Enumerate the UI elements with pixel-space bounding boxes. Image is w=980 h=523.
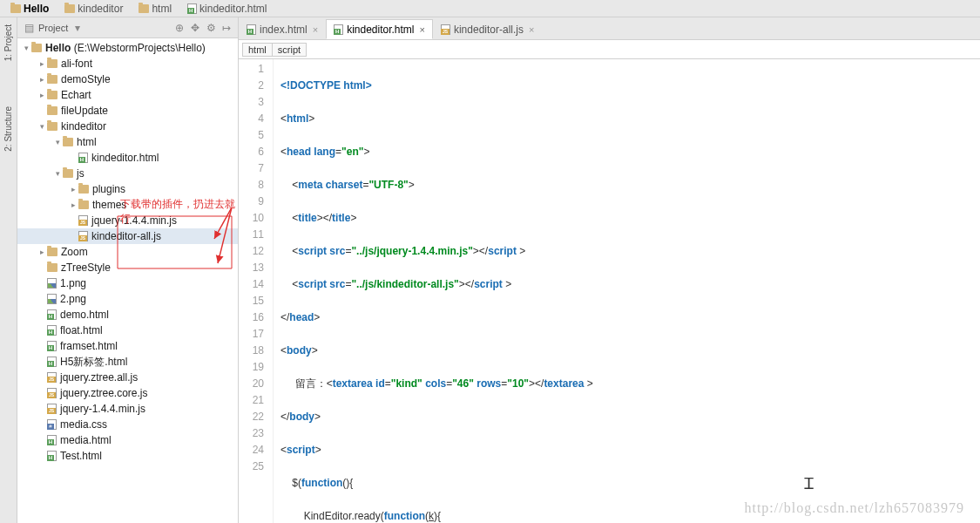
tree-row[interactable]: framset.html xyxy=(17,338,238,354)
tree-row[interactable]: float.html xyxy=(17,323,238,338)
js-icon xyxy=(47,388,57,398)
close-icon[interactable]: × xyxy=(529,24,534,35)
folder-icon xyxy=(64,4,75,13)
editor-tab[interactable]: index.html× xyxy=(239,19,326,39)
project-tree[interactable]: ▾ Hello (E:\WebstormProjects\Hello) ▸ali… xyxy=(17,38,238,523)
tree-row[interactable]: H5新标签.html xyxy=(17,354,238,370)
folder-icon xyxy=(47,106,57,115)
tree-row[interactable]: media.css xyxy=(17,417,238,432)
line-number: 19 xyxy=(239,359,264,376)
settings-icon[interactable]: ✥ xyxy=(189,22,201,34)
code-editor[interactable]: 1234567891011121314151617181920212223242… xyxy=(239,59,980,523)
html-icon xyxy=(47,435,57,445)
tree-label: js xyxy=(77,167,84,180)
html-icon xyxy=(47,451,57,461)
tree-label: Zoom xyxy=(61,246,88,258)
html-icon xyxy=(78,153,88,163)
folder-icon xyxy=(10,4,21,13)
line-number: 10 xyxy=(239,210,264,227)
line-number: 23 xyxy=(239,425,264,442)
tree-row[interactable]: 1.png xyxy=(17,275,238,291)
tree-label: Test.html xyxy=(60,450,102,462)
tree-row[interactable]: ▸ali-font xyxy=(17,56,238,71)
js-icon xyxy=(47,404,57,414)
project-tool-tab[interactable]: 1: Project xyxy=(2,21,15,77)
line-number: 21 xyxy=(239,392,264,409)
tab-label: kindeditor.html xyxy=(347,24,414,36)
line-number: 13 xyxy=(239,260,264,276)
tree-row[interactable]: jquery.ztree.all.js xyxy=(17,370,238,385)
close-icon[interactable]: × xyxy=(420,24,425,35)
tree-row[interactable]: jquery.ztree.core.js xyxy=(17,385,238,401)
tree-label: 1.png xyxy=(60,277,86,289)
tree-row[interactable]: kindeditor.html xyxy=(17,150,238,166)
html-icon xyxy=(334,24,343,35)
tree-row[interactable]: kindeditor-all.js xyxy=(17,228,238,244)
tree-row[interactable]: ▾js xyxy=(17,166,238,181)
project-sidebar: ▤ Project ▾ ⊕ ✥ ⚙ ↦ ▾ Hello (E:\Webstorm… xyxy=(17,17,239,523)
tree-row[interactable]: jquery-1.4.4.min.js xyxy=(17,401,238,417)
tree-row[interactable]: ▸demoStyle xyxy=(17,71,238,87)
collapse-icon[interactable]: ⊕ xyxy=(173,22,186,34)
tree-row[interactable]: zTreeStyle xyxy=(17,260,238,275)
tree-label: jquery-1.4.4.min.js xyxy=(60,403,145,415)
code-content[interactable]: <!DOCTYPE html> <html> <head lang="en"> … xyxy=(274,59,980,523)
tree-root[interactable]: ▾ Hello (E:\WebstormProjects\Hello) xyxy=(17,40,238,56)
expand-arrow-icon[interactable]: ▸ xyxy=(37,248,47,256)
folder-icon xyxy=(63,169,73,178)
chevron-down-icon[interactable]: ▾ xyxy=(71,22,84,34)
folder-icon xyxy=(78,200,89,209)
expand-arrow-icon[interactable]: ▾ xyxy=(21,44,31,52)
close-icon[interactable]: × xyxy=(313,24,318,35)
folder-icon xyxy=(47,75,57,84)
gutter: 1234567891011121314151617181920212223242… xyxy=(239,59,274,523)
hide-icon[interactable]: ↦ xyxy=(220,22,233,34)
tree-label: plugins xyxy=(92,183,125,195)
tree-row[interactable]: fileUpdate xyxy=(17,103,238,119)
tree-row[interactable]: demo.html xyxy=(17,307,238,323)
expand-arrow-icon[interactable]: ▾ xyxy=(52,138,63,146)
folder-icon xyxy=(47,91,57,99)
expand-arrow-icon[interactable]: ▸ xyxy=(37,75,47,84)
html-icon xyxy=(47,309,57,320)
tree-row[interactable]: jquery-1.4.4.min.js xyxy=(17,213,238,228)
tree-label: media.html xyxy=(60,434,112,446)
expand-arrow-icon[interactable]: ▸ xyxy=(37,59,47,68)
tree-row[interactable]: media.html xyxy=(17,432,238,448)
nav-crumb[interactable]: html xyxy=(133,2,177,16)
tree-row[interactable]: ▾html xyxy=(17,134,238,150)
folder-icon xyxy=(47,59,57,68)
line-number: 6 xyxy=(239,144,264,160)
expand-arrow-icon[interactable]: ▸ xyxy=(37,91,47,99)
tree-label: jquery.ztree.all.js xyxy=(60,371,138,384)
nav-crumb[interactable]: Hello xyxy=(5,2,54,16)
expand-arrow-icon[interactable]: ▸ xyxy=(68,185,78,194)
tree-row[interactable]: ▾kindeditor xyxy=(17,119,238,134)
img-icon xyxy=(47,278,57,289)
breadcrumb: html script xyxy=(239,40,980,59)
line-number: 4 xyxy=(239,111,264,127)
tree-row[interactable]: ▸plugins xyxy=(17,181,238,197)
editor-tab[interactable]: kindeditor.html× xyxy=(326,19,433,39)
tree-label: ali-font xyxy=(61,58,92,70)
tree-row[interactable]: ▸themes xyxy=(17,197,238,213)
nav-crumb[interactable]: kindeditor.html xyxy=(182,2,272,16)
line-number: 14 xyxy=(239,276,264,293)
img-icon xyxy=(47,294,57,304)
tree-row[interactable]: ▸Echart xyxy=(17,87,238,103)
expand-arrow-icon[interactable]: ▸ xyxy=(68,200,78,209)
breadcrumb-item[interactable]: html xyxy=(242,43,273,57)
tree-label: jquery-1.4.4.min.js xyxy=(91,214,177,227)
structure-tool-tab[interactable]: 2: Structure xyxy=(2,103,15,167)
nav-crumb[interactable]: kindeditor xyxy=(59,2,128,16)
gear-icon[interactable]: ⚙ xyxy=(205,22,217,34)
tree-row[interactable]: 2.png xyxy=(17,291,238,307)
tree-label: Echart xyxy=(61,89,91,101)
tree-label: zTreeStyle xyxy=(61,262,111,274)
expand-arrow-icon[interactable]: ▾ xyxy=(52,169,63,178)
breadcrumb-item[interactable]: script xyxy=(272,43,307,57)
tree-row[interactable]: Test.html xyxy=(17,448,238,464)
editor-tab[interactable]: kindeditor-all.js× xyxy=(433,19,542,39)
tree-row[interactable]: ▸Zoom xyxy=(17,244,238,260)
expand-arrow-icon[interactable]: ▾ xyxy=(37,122,47,131)
